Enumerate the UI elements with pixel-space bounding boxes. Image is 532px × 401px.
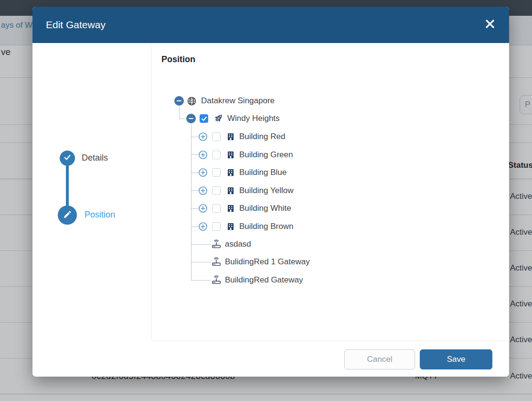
building-icon <box>226 168 235 177</box>
tree-connector <box>179 106 180 119</box>
tree-node-building: Building Brown <box>199 220 293 233</box>
position-content: Position <box>152 43 509 377</box>
edit-gateway-modal: Edit Gateway Details Position <box>32 7 509 377</box>
modal-header: Edit Gateway <box>32 7 509 43</box>
checkbox-unchecked[interactable] <box>212 168 221 177</box>
tree-node-label[interactable]: asdasd <box>225 239 251 249</box>
tree-connector <box>191 137 199 137</box>
checkbox-unchecked[interactable] <box>212 132 221 141</box>
tree-node-label[interactable]: Windy Heights <box>227 114 280 123</box>
expand-icon[interactable] <box>199 222 207 231</box>
stepper-panel: Details Position <box>32 43 151 341</box>
expand-icon[interactable] <box>199 186 207 195</box>
router-icon <box>211 257 222 267</box>
tree-node-site: Windy Heights <box>186 112 280 125</box>
tree-node-label[interactable]: BulidingRed 1 Gateway <box>225 257 310 267</box>
expand-icon[interactable] <box>199 204 207 213</box>
checkbox-unchecked[interactable] <box>212 151 221 159</box>
step-position[interactable] <box>58 206 77 225</box>
tree-node-gateway: BuildingRed Gateway <box>211 274 303 286</box>
location-tree: Datakrew Singapore <box>152 43 509 341</box>
tree-connector <box>191 227 199 227</box>
collapse-icon[interactable] <box>174 96 184 106</box>
tree-node-label[interactable]: Building Red <box>239 132 285 141</box>
checkbox-unchecked[interactable] <box>212 204 221 213</box>
building-icon <box>226 132 235 141</box>
tree-connector <box>191 208 199 209</box>
checkbox-unchecked[interactable] <box>212 186 221 195</box>
cancel-button[interactable]: Cancel <box>344 349 415 369</box>
modal-title: Edit Gateway <box>46 7 106 43</box>
tree-connector <box>191 244 211 245</box>
building-icon <box>226 151 235 159</box>
tree-node-label[interactable]: Datakrew Singapore <box>201 96 275 106</box>
close-icon <box>485 19 495 31</box>
expand-icon[interactable] <box>199 132 207 141</box>
checkbox-unchecked[interactable] <box>212 222 221 231</box>
tree-node-gateway: BulidingRed 1 Gateway <box>211 256 310 268</box>
step-position-label[interactable]: Position <box>85 210 115 220</box>
tree-connector <box>191 124 192 280</box>
building-icon <box>226 222 235 231</box>
tree-node-root: Datakrew Singapore <box>174 95 275 107</box>
tree-node-label[interactable]: Building Blue <box>239 168 287 177</box>
router-icon <box>211 239 222 249</box>
tree-node-label[interactable]: Building Brown <box>239 222 293 231</box>
step-details-label[interactable]: Details <box>82 153 108 163</box>
tree-node-building: Building White <box>199 202 291 215</box>
pencil-icon <box>63 210 72 221</box>
checkbox-checked[interactable] <box>200 114 208 123</box>
rocket-icon <box>213 113 224 124</box>
tree-node-label[interactable]: Building Green <box>239 150 293 160</box>
building-icon <box>226 204 235 213</box>
modal-body: Details Position Position <box>32 43 509 377</box>
tree-node-building: Building Yellow <box>199 184 293 197</box>
expand-icon[interactable] <box>199 151 207 159</box>
tree-connector <box>191 190 199 191</box>
tree-connector <box>191 262 211 262</box>
collapse-icon[interactable] <box>186 114 196 123</box>
tree-node-building: Building Blue <box>199 166 287 179</box>
globe-icon <box>187 96 197 106</box>
building-icon <box>226 186 235 195</box>
tree-node-label[interactable]: Building White <box>239 204 291 213</box>
tree-node-building: Building Red <box>199 130 285 143</box>
check-icon <box>63 153 72 163</box>
tree-connector <box>191 280 211 281</box>
tree-connector <box>191 154 199 155</box>
tree-connector <box>191 173 199 173</box>
tree-node-gateway: asdasd <box>211 238 251 250</box>
step-details[interactable] <box>60 151 75 166</box>
expand-icon[interactable] <box>199 168 207 177</box>
tree-node-label[interactable]: BuildingRed Gateway <box>225 275 303 285</box>
tree-connector <box>179 119 186 119</box>
router-icon <box>211 275 222 285</box>
tree-node-label[interactable]: Building Yellow <box>239 186 293 195</box>
close-button[interactable] <box>482 17 498 33</box>
save-button[interactable]: Save <box>420 349 492 369</box>
tree-node-building: Building Green <box>199 149 293 161</box>
